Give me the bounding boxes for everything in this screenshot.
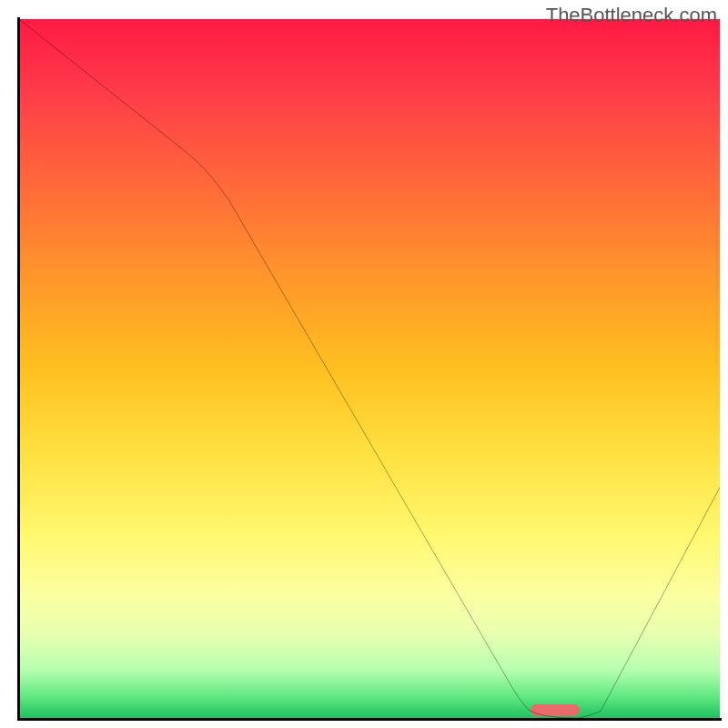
curve-path [19,19,720,718]
bottleneck-curve [19,19,720,718]
y-axis [17,17,20,720]
watermark-text: TheBottleneck.com [546,4,717,27]
x-axis [17,718,722,721]
chart-plot-area [19,19,720,718]
